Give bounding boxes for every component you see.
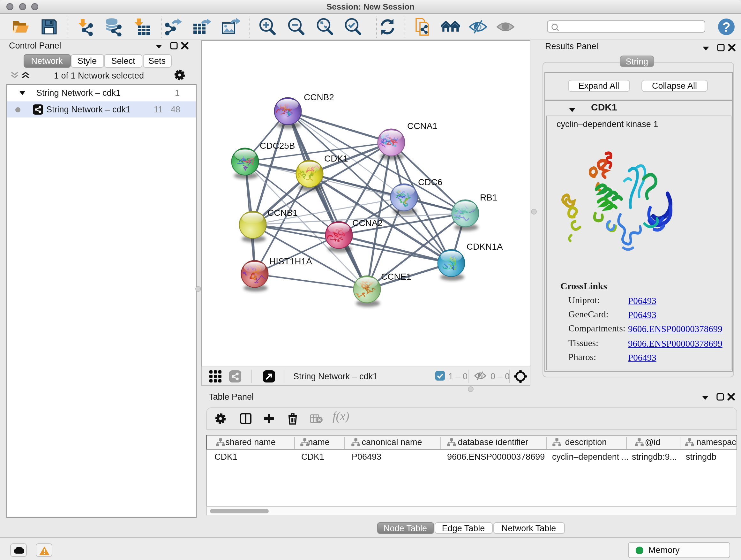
svg-text:CCNB2: CCNB2 bbox=[304, 92, 334, 102]
svg-text:CCNA1: CCNA1 bbox=[407, 121, 437, 131]
svg-text:?: ? bbox=[722, 19, 730, 35]
svg-text:CCNE1: CCNE1 bbox=[381, 271, 411, 281]
svg-text:CCNB1: CCNB1 bbox=[267, 207, 297, 217]
svg-text:CDKN1A: CDKN1A bbox=[466, 241, 502, 251]
svg-text:CDK1: CDK1 bbox=[324, 153, 348, 163]
svg-text:CCNA2: CCNA2 bbox=[352, 218, 382, 228]
svg-text:CDC25B: CDC25B bbox=[259, 140, 294, 150]
svg-text:RB1: RB1 bbox=[480, 192, 497, 202]
svg-text:HIST1H1A: HIST1H1A bbox=[269, 256, 312, 266]
svg-text:CDC6: CDC6 bbox=[418, 177, 442, 187]
